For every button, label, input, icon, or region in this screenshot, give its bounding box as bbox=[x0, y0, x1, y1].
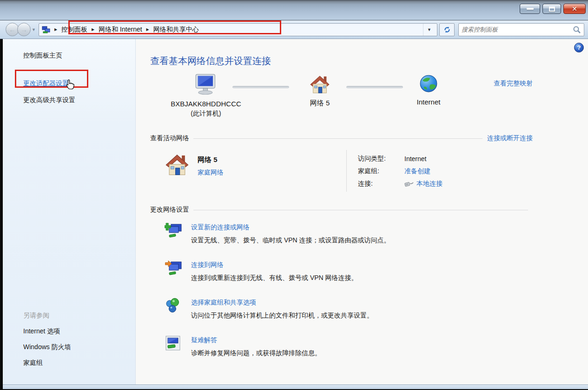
control-panel-network-icon bbox=[42, 26, 50, 34]
sidebar-item-change-adapter-settings[interactable]: 更改适配器设置 bbox=[23, 79, 131, 87]
explorer-window: ✕ ← → ▼ ▶ 控制面板 ▶ 网络和 Internet ▶ 网络和共享中心 … bbox=[0, 0, 588, 389]
task-list: 设置新的连接或网络 设置无线、宽带、拨号、临时或 VPN 连接；或设置路由器或访… bbox=[150, 222, 533, 358]
address-bar[interactable]: ▶ 控制面板 ▶ 网络和 Internet ▶ 网络和共享中心 ▼ bbox=[39, 23, 437, 36]
recent-pages-chevron-icon[interactable]: ▼ bbox=[32, 27, 36, 32]
detail-row-connection: 连接: 本地连接 bbox=[358, 180, 443, 188]
troubleshoot-icon bbox=[165, 335, 182, 352]
active-network-name: 网络 5 bbox=[198, 156, 224, 164]
search-input[interactable] bbox=[462, 26, 573, 33]
task-description: 设置无线、宽带、拨号、临时或 VPN 连接；或设置路由器或访问点。 bbox=[191, 236, 390, 245]
breadcrumb-network-internet[interactable]: 网络和 Internet bbox=[99, 26, 142, 34]
title-bar: ✕ bbox=[0, 0, 588, 20]
forward-button[interactable]: → bbox=[17, 23, 31, 36]
active-network-panel: 网络 5 家庭网络 访问类型: Internet 家庭组: 准备创建 bbox=[150, 149, 533, 194]
refresh-button[interactable] bbox=[439, 23, 455, 36]
map-node-computer[interactable]: BXBJAKK8HDDHCCC (此计算机) bbox=[166, 74, 245, 118]
local-connection-link[interactable]: 本地连接 bbox=[416, 180, 443, 188]
homegroup-ready-link[interactable]: 准备创建 bbox=[404, 167, 430, 176]
minimize-button[interactable] bbox=[520, 4, 540, 14]
breadcrumb-separator-icon: ▶ bbox=[92, 27, 94, 32]
detail-value: Internet bbox=[404, 155, 426, 162]
map-node-internet[interactable]: Internet bbox=[389, 74, 468, 106]
task-description: 访问位于其他网络计算机上的文件和打印机，或更改共享设置。 bbox=[191, 312, 373, 320]
network-type-link[interactable]: 家庭网络 bbox=[198, 169, 224, 176]
task-title-link[interactable]: 连接到网络 bbox=[191, 261, 224, 268]
change-settings-header-label: 更改网络设置 bbox=[150, 206, 189, 214]
see-also-group: 另请参阅 Internet 选项 Windows 防火墙 家庭组 bbox=[23, 311, 131, 374]
task-homegroup-sharing: 选择家庭组和共享选项 访问位于其他网络计算机上的文件和打印机，或更改共享设置。 bbox=[150, 298, 533, 320]
close-button[interactable]: ✕ bbox=[563, 4, 586, 14]
help-icon: ? bbox=[577, 44, 581, 51]
breadcrumb-network-sharing-center[interactable]: 网络和共享中心 bbox=[153, 26, 199, 34]
maximize-icon bbox=[549, 6, 555, 12]
minimize-icon bbox=[527, 8, 534, 10]
active-network-identity: 网络 5 家庭网络 bbox=[150, 149, 533, 177]
map-node-label: Internet bbox=[389, 98, 468, 106]
search-icon[interactable] bbox=[573, 26, 581, 34]
breadcrumb-separator-icon: ▶ bbox=[54, 27, 57, 32]
section-rule bbox=[193, 138, 482, 139]
task-troubleshoot: 疑难解答 诊断并修复网络问题，或获得故障排除信息。 bbox=[150, 335, 533, 358]
page-title: 查看基本网络信息并设置连接 bbox=[150, 55, 533, 67]
task-description: 连接到或重新连接到无线、有线、拨号或 VPN 网络连接。 bbox=[191, 274, 358, 282]
maximize-button[interactable] bbox=[542, 4, 561, 14]
sidebar-item-internet-options[interactable]: Internet 选项 bbox=[23, 327, 131, 335]
detail-row-homegroup: 家庭组: 准备创建 bbox=[358, 167, 443, 176]
house-icon bbox=[309, 74, 330, 94]
sidebar-item-homegroup[interactable]: 家庭组 bbox=[23, 358, 131, 367]
sidebar-item-control-panel-home[interactable]: 控制面板主页 bbox=[23, 51, 131, 59]
task-title-link[interactable]: 选择家庭组和共享选项 bbox=[191, 299, 256, 306]
sidebar: 控制面板主页 更改适配器设置 更改高级共享设置 另请参阅 Internet 选项… bbox=[3, 39, 136, 384]
map-node-label: 网络 5 bbox=[280, 99, 359, 108]
window-frame-bottom bbox=[3, 384, 588, 389]
refresh-icon bbox=[443, 26, 451, 33]
homegroup-icon bbox=[165, 298, 183, 314]
main-content: ? 查看基本网络信息并设置连接 BXBJAKK8HDDHCCC (此计算机) bbox=[136, 39, 588, 384]
breadcrumb-control-panel[interactable]: 控制面板 bbox=[61, 26, 87, 34]
help-button[interactable]: ? bbox=[574, 43, 584, 52]
back-arrow-icon: ← bbox=[9, 26, 16, 33]
map-node-label: BXBJAKK8HDDHCCC bbox=[166, 100, 245, 108]
see-also-header: 另请参阅 bbox=[23, 311, 131, 319]
active-networks-section-header: 查看活动网络 连接或断开连接 bbox=[150, 134, 533, 143]
forward-arrow-icon: → bbox=[20, 26, 27, 33]
caption-buttons: ✕ bbox=[520, 4, 586, 14]
close-icon: ✕ bbox=[572, 6, 577, 12]
task-description: 诊断并修复网络问题，或获得故障排除信息。 bbox=[191, 349, 321, 358]
ethernet-icon bbox=[404, 181, 414, 187]
see-full-map-link[interactable]: 查看完整映射 bbox=[494, 79, 533, 88]
breadcrumb-separator-icon: ▶ bbox=[146, 27, 149, 32]
section-rule bbox=[193, 210, 528, 210]
active-network-details: 访问类型: Internet 家庭组: 准备创建 连接: bbox=[358, 155, 443, 192]
map-node-network[interactable]: 网络 5 bbox=[280, 74, 359, 108]
globe-icon bbox=[419, 74, 438, 93]
sidebar-item-change-advanced-sharing[interactable]: 更改高级共享设置 bbox=[23, 96, 131, 104]
sidebar-item-windows-firewall[interactable]: Windows 防火墙 bbox=[23, 343, 131, 351]
task-title-link[interactable]: 设置新的连接或网络 bbox=[191, 223, 250, 231]
computer-icon bbox=[193, 74, 219, 95]
navigation-bar: ← → ▼ ▶ 控制面板 ▶ 网络和 Internet ▶ 网络和共享中心 ▼ bbox=[0, 20, 588, 39]
house-icon bbox=[165, 153, 190, 176]
map-node-sublabel: (此计算机) bbox=[166, 110, 245, 118]
task-connect-to-network: 连接到网络 连接到或重新连接到无线、有线、拨号或 VPN 网络连接。 bbox=[150, 260, 533, 282]
change-settings-section-header: 更改网络设置 bbox=[150, 206, 533, 214]
address-dropdown-icon[interactable]: ▼ bbox=[423, 24, 435, 36]
detail-label: 家庭组: bbox=[358, 167, 404, 176]
detail-label: 连接: bbox=[358, 180, 404, 188]
task-title-link[interactable]: 疑难解答 bbox=[191, 336, 217, 344]
search-box bbox=[458, 23, 584, 36]
task-new-connection: 设置新的连接或网络 设置无线、宽带、拨号、临时或 VPN 连接；或设置路由器或访… bbox=[150, 222, 533, 245]
network-map: BXBJAKK8HDDHCCC (此计算机) 网络 5 bbox=[150, 74, 533, 131]
detail-label: 访问类型: bbox=[358, 155, 404, 163]
panel-divider bbox=[346, 150, 347, 192]
active-networks-header-label: 查看活动网络 bbox=[150, 134, 189, 143]
new-connection-icon bbox=[165, 222, 183, 239]
detail-row-access-type: 访问类型: Internet bbox=[358, 155, 443, 163]
window-body: 控制面板主页 更改适配器设置 更改高级共享设置 另请参阅 Internet 选项… bbox=[0, 39, 588, 384]
connect-disconnect-link[interactable]: 连接或断开连接 bbox=[487, 134, 533, 143]
connect-to-network-icon bbox=[165, 260, 183, 277]
